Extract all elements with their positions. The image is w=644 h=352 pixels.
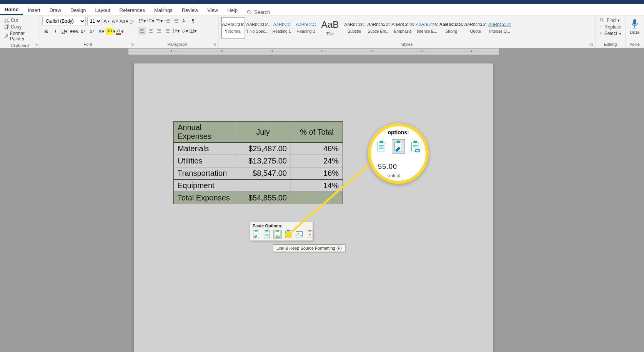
table-row[interactable]: Equipment14% (174, 180, 343, 192)
paste-tooltip: Link & Keep Source Formatting (F) (273, 244, 345, 252)
change-case-button[interactable]: Aa▾ (120, 17, 128, 25)
align-center-button[interactable] (147, 27, 155, 35)
font-color-button[interactable]: A▾ (116, 27, 124, 35)
magnify-tail: Link & (386, 173, 400, 179)
paste-keep-source-button[interactable] (252, 230, 260, 239)
document-area: 1 2 3 4 5 6 7 Annual Expenses July % of … (0, 48, 644, 352)
borders-button[interactable]: ▾ (189, 27, 197, 35)
highlight-button[interactable]: ab▾ (107, 27, 115, 35)
style---normal[interactable]: AaBbCcDc¶ Normal (221, 17, 245, 38)
mg-paste-link-source[interactable] (392, 139, 405, 154)
style-emphasis[interactable]: AaBbCcDcEmphasis (391, 17, 415, 38)
show-marks-button[interactable]: ¶ (189, 17, 197, 25)
tab-view[interactable]: View (203, 5, 223, 15)
clipboard-launcher-icon[interactable] (35, 43, 38, 47)
paragraph-label: Paragraph (138, 41, 216, 48)
style-title[interactable]: AaBTitle (318, 17, 342, 38)
bold-button[interactable]: B (42, 27, 50, 35)
paste-options-popup: Paste Options: A (250, 221, 313, 241)
font-size-select[interactable]: 11 (87, 17, 102, 25)
text-effects-button[interactable]: A▾ (98, 27, 105, 35)
find-button[interactable]: Find▾ (599, 18, 621, 23)
group-paragraph: ▾ 12▾ ▾ A↓ ¶ ▾ ▾ ▾ Paragraph (136, 15, 219, 48)
search-placeholder: Search (254, 9, 270, 15)
mic-icon[interactable] (631, 18, 639, 29)
paste-dest-style-button[interactable] (263, 230, 271, 239)
tab-mailings[interactable]: Mailings (150, 5, 177, 15)
styles-gallery[interactable]: AaBbCcDc¶ NormalAaBbCcDc¶ No Spac...AaBb… (221, 17, 593, 38)
underline-button[interactable]: U▾ (61, 27, 68, 35)
shading-button[interactable]: ▾ (181, 27, 188, 35)
subscript-button[interactable]: x2 (79, 27, 87, 35)
select-button[interactable]: Select▾ (599, 31, 621, 36)
shrink-font-button[interactable]: A▼ (112, 17, 119, 25)
expenses-table[interactable]: Annual Expenses July % of Total Material… (173, 121, 343, 204)
tab-insert[interactable]: Insert (23, 5, 45, 15)
strike-button[interactable]: abc (70, 27, 78, 35)
tab-references[interactable]: References (115, 5, 150, 15)
paste-link-dest-button[interactable] (284, 230, 293, 239)
styles-launcher-icon[interactable] (590, 43, 594, 47)
replace-button[interactable]: abReplace (599, 24, 621, 30)
paste-link-source-button[interactable] (273, 230, 282, 239)
superscript-button[interactable]: x2 (88, 27, 96, 35)
style-intense-e---[interactable]: AaBbCcDcIntense E... (415, 17, 439, 38)
font-launcher-icon[interactable] (131, 43, 135, 47)
table-row[interactable]: Utilities$13,275.0024% (174, 155, 343, 167)
decrease-indent-button[interactable] (164, 17, 171, 25)
style-subtitle[interactable]: AaBbCcCSubtitle (342, 17, 366, 38)
clipboard-link-icon (410, 140, 421, 153)
svg-rect-6 (7, 35, 8, 37)
multilevel-button[interactable]: ▾ (155, 17, 163, 25)
bullets-button[interactable]: ▾ (138, 17, 146, 25)
page[interactable]: Annual Expenses July % of Total Material… (134, 63, 493, 352)
numbering-button[interactable]: 12▾ (147, 17, 155, 25)
select-icon (599, 31, 602, 36)
clipboard-brush-link-icon (274, 229, 281, 240)
paste-text-only-button[interactable]: A (306, 230, 314, 239)
paragraph-launcher-icon[interactable] (213, 43, 217, 47)
table-row-total[interactable]: Total Expenses$54,855.00 (174, 192, 343, 204)
tab-home[interactable]: Home (0, 4, 23, 15)
style-quote[interactable]: AaBbCcDcQuote (463, 17, 488, 38)
clipboard-text-icon: A (306, 229, 314, 240)
grow-font-button[interactable]: A▲ (103, 17, 110, 25)
justify-button[interactable] (164, 27, 171, 35)
style-subtle-em---[interactable]: AaBbCcDcSubtle Em... (366, 17, 391, 38)
indent-icon (173, 18, 179, 23)
svg-rect-74 (396, 141, 400, 143)
copy-button[interactable]: Copy (4, 24, 36, 30)
tab-design[interactable]: Design (66, 5, 90, 15)
voice-label: Voice (628, 41, 641, 48)
format-painter-button[interactable]: Format Painter (4, 31, 36, 42)
svg-rect-64 (308, 230, 311, 232)
svg-line-1 (250, 13, 251, 14)
style-intense-q---[interactable]: AaBbCcDcIntense Q... (488, 17, 512, 38)
mg-paste-link-dest[interactable] (409, 139, 422, 154)
clear-format-button[interactable] (129, 17, 135, 25)
table-row[interactable]: Materials$25,487.0046% (174, 143, 343, 155)
italic-button[interactable]: I (52, 27, 59, 35)
align-left-button[interactable] (138, 27, 146, 35)
sort-button[interactable]: A↓ (181, 17, 188, 25)
table-row[interactable]: Transportation$8,547.0016% (174, 167, 343, 180)
outdent-icon (165, 18, 170, 23)
tab-help[interactable]: Help (223, 5, 242, 15)
style-heading-1[interactable]: AaBbCcHeading 1 (270, 17, 294, 38)
increase-indent-button[interactable] (172, 17, 180, 25)
mg-paste-source[interactable] (375, 139, 388, 154)
style---no-spac---[interactable]: AaBbCcDc¶ No Spac... (245, 17, 270, 38)
tab-review[interactable]: Review (177, 5, 203, 15)
search-box[interactable]: Search (242, 9, 275, 15)
svg-point-45 (600, 18, 603, 21)
cut-button[interactable]: Cut (4, 18, 36, 23)
align-right-button[interactable] (155, 27, 163, 35)
style-heading-2[interactable]: AaBbCcCHeading 2 (294, 17, 318, 38)
tab-layout[interactable]: Layout (90, 5, 115, 15)
style-strong[interactable]: AaBbCcDcStrong (439, 17, 463, 38)
horizontal-ruler[interactable]: 1 2 3 4 5 6 7 (128, 48, 499, 55)
font-family-select[interactable]: Calibri (Body) (42, 17, 86, 25)
line-spacing-button[interactable]: ▾ (172, 27, 180, 35)
paste-picture-button[interactable] (295, 230, 303, 239)
tab-draw[interactable]: Draw (45, 5, 66, 15)
